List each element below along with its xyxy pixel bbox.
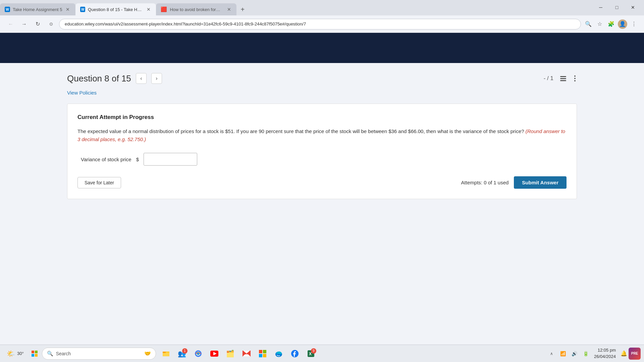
- taskbar-microsoft-store[interactable]: [255, 346, 270, 361]
- bookmark-icon[interactable]: ☆: [595, 19, 604, 29]
- page-header: [0, 33, 644, 63]
- variance-input[interactable]: [144, 153, 197, 166]
- more-options-icon[interactable]: [573, 74, 577, 83]
- taskbar-facebook[interactable]: [287, 346, 302, 361]
- window-controls: ─ □ ✕: [593, 1, 644, 15]
- file-explorer-icon: [162, 350, 170, 358]
- question-header: Question 8 of 15 ‹ › - / 1: [67, 73, 577, 84]
- pre-badge: PRE: [629, 348, 641, 360]
- submit-answer-button[interactable]: Submit Answer: [514, 176, 567, 189]
- svg-rect-14: [259, 350, 262, 353]
- taskbar-apps: 👥 1: [159, 346, 318, 361]
- address-bar-icons: 🔍 ☆ 🧩 👤 ⋮: [584, 19, 639, 29]
- clock-time: 12:05 pm: [594, 347, 616, 353]
- clock-date: 26/04/2024: [594, 354, 616, 360]
- list-view-icon[interactable]: [559, 75, 568, 82]
- wp-icon-tab2: W: [80, 7, 85, 12]
- search-icon[interactable]: 🔍: [584, 19, 593, 29]
- question-main-text: The expected value of a normal distribut…: [77, 128, 524, 134]
- minimize-button[interactable]: ─: [593, 1, 608, 13]
- taskbar-youtube[interactable]: [207, 346, 222, 361]
- battery-icon[interactable]: 🔋: [581, 349, 591, 358]
- reload-button[interactable]: ↻: [32, 19, 43, 29]
- new-tab-button[interactable]: +: [236, 3, 249, 15]
- taskbar: 🌤️ 30° 🔍 Search 🤝: [0, 345, 644, 362]
- svg-rect-17: [263, 354, 266, 357]
- url-text: education.wiley.com/was/ui/v2/assessment…: [65, 21, 306, 26]
- gmail-icon: [243, 351, 251, 357]
- ms-icon-tab3: 🟥: [161, 6, 167, 12]
- taskbar-excel[interactable]: X 9: [304, 346, 318, 361]
- attempts-text: Attempts: 0 of 1 used: [461, 180, 509, 185]
- taskbar-file-explorer[interactable]: [159, 346, 173, 361]
- profile-icon[interactable]: 👤: [618, 19, 627, 29]
- tab3-close[interactable]: ✕: [226, 6, 232, 12]
- chrome-icon: [194, 350, 202, 358]
- taskbar-search-icon: 🔍: [47, 351, 53, 357]
- svg-rect-2: [32, 354, 34, 357]
- svg-rect-15: [263, 350, 266, 353]
- tab2-label: Question 8 of 15 - Take Home /: [88, 7, 143, 12]
- address-bar: ← → ↻ ⊙ education.wiley.com/was/ui/v2/as…: [0, 15, 644, 33]
- attempt-section: Current Attempt in Progress The expected…: [67, 104, 577, 199]
- taskbar-gmail[interactable]: [239, 346, 254, 361]
- footer-row: Save for Later Attempts: 0 of 1 used Sub…: [77, 176, 567, 189]
- more-options-icon[interactable]: ⋮: [629, 19, 639, 29]
- taskbar-search-bar[interactable]: 🔍 Search 🤝: [42, 348, 156, 360]
- question-header-right: - / 1: [544, 74, 577, 83]
- tab2-close[interactable]: ✕: [146, 6, 152, 12]
- extensions-icon[interactable]: 🧩: [606, 19, 616, 29]
- edge-icon: [275, 350, 283, 358]
- page-content: Question 8 of 15 ‹ › - / 1 View Policies…: [0, 63, 644, 362]
- next-question-button[interactable]: ›: [151, 73, 162, 84]
- tab1-close[interactable]: ✕: [65, 6, 71, 12]
- folders-icon: 🗂️: [226, 350, 234, 358]
- weather-temp: 30°: [17, 351, 24, 356]
- teams-badge: 1: [182, 348, 187, 354]
- excel-badge: 9: [311, 348, 316, 354]
- taskbar-chrome[interactable]: [191, 346, 206, 361]
- notification-icon[interactable]: 🔔: [619, 349, 629, 358]
- variance-input-row: Variance of stock price $: [77, 153, 567, 166]
- taskbar-teams[interactable]: 👥 1: [175, 346, 190, 361]
- forward-button[interactable]: →: [19, 19, 30, 29]
- tab3-label: How to avoid broken formulas: [170, 7, 223, 12]
- footer-right: Attempts: 0 of 1 used Submit Answer: [461, 176, 567, 189]
- weather-icon: 🌤️: [7, 350, 15, 358]
- tab-take-home-assignment[interactable]: W Take Home Assignment 5 ✕: [0, 3, 75, 15]
- prev-question-button[interactable]: ‹: [136, 73, 147, 84]
- back-button[interactable]: ←: [5, 19, 16, 29]
- taskbar-folders[interactable]: 🗂️: [223, 346, 238, 361]
- wp-icon-tab1: W: [5, 7, 10, 12]
- view-policies-link[interactable]: View Policies: [67, 90, 577, 96]
- home-button[interactable]: ⊙: [46, 19, 56, 29]
- taskbar-edge[interactable]: [271, 346, 286, 361]
- svg-rect-6: [163, 352, 166, 353]
- variance-label: Variance of stock price: [81, 157, 131, 162]
- wifi-icon[interactable]: 📶: [558, 349, 568, 358]
- tab-question-8[interactable]: W Question 8 of 15 - Take Home / ✕: [75, 3, 156, 15]
- tray-up-arrow[interactable]: ∧: [547, 349, 556, 358]
- start-button[interactable]: [27, 346, 42, 361]
- tab-bar: W Take Home Assignment 5 ✕ W Question 8 …: [0, 0, 644, 15]
- system-tray: ∧ 📶 🔊 🔋: [547, 349, 591, 358]
- svg-rect-3: [35, 354, 38, 357]
- facebook-icon: [291, 350, 299, 358]
- maximize-button[interactable]: □: [609, 1, 625, 13]
- taskbar-search-text: Search: [56, 351, 71, 356]
- taskbar-search-collab-icon: 🤝: [144, 350, 151, 357]
- tab-broken-formulas[interactable]: 🟥 How to avoid broken formulas ✕: [156, 3, 236, 15]
- svg-point-10: [197, 353, 199, 355]
- dollar-sign: $: [136, 157, 139, 162]
- url-input[interactable]: education.wiley.com/was/ui/v2/assessment…: [59, 19, 581, 29]
- question-title-group: Question 8 of 15 ‹ ›: [67, 73, 162, 84]
- close-button[interactable]: ✕: [625, 1, 641, 13]
- svg-rect-1: [35, 351, 38, 353]
- question-title-text: Question 8 of 15: [67, 73, 131, 84]
- windows-logo: [32, 351, 38, 357]
- taskbar-clock[interactable]: 12:05 pm 26/04/2024: [591, 347, 619, 359]
- page-indicator: - / 1: [544, 75, 553, 82]
- volume-icon[interactable]: 🔊: [570, 349, 579, 358]
- save-later-button[interactable]: Save for Later: [77, 177, 121, 188]
- attempt-title: Current Attempt in Progress: [77, 114, 567, 121]
